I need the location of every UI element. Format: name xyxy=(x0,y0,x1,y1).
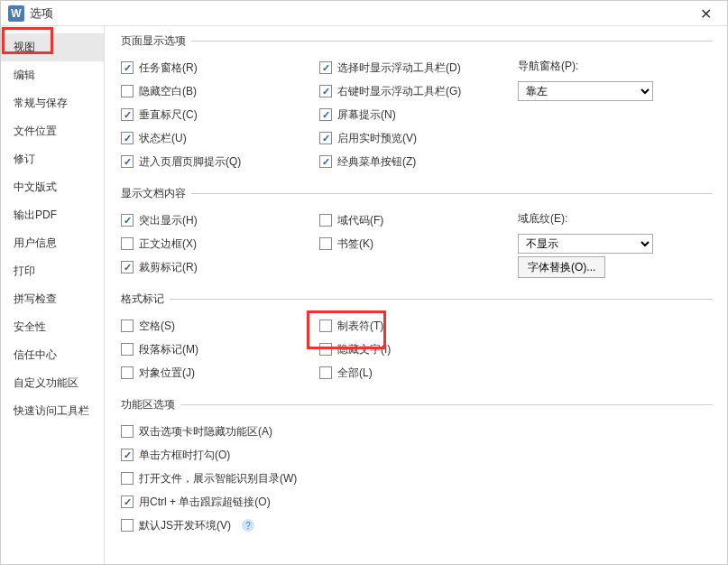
checkbox-icon xyxy=(319,366,332,379)
checkbox-icon xyxy=(121,108,134,121)
checkbox-icon xyxy=(319,343,332,356)
group-legend: 页面显示选项 xyxy=(121,33,191,49)
sidebar-item[interactable]: 编辑 xyxy=(1,61,104,89)
sidebar-item[interactable]: 中文版式 xyxy=(1,173,104,201)
chk-text-border[interactable]: 正文边框(X) xyxy=(121,236,197,252)
field-shade-label: 域底纹(E): xyxy=(518,211,567,227)
chk-click-tick[interactable]: 单击方框时打勾(O) xyxy=(121,448,230,463)
sidebar-item[interactable]: 拼写检查 xyxy=(1,285,104,313)
chk-task-pane[interactable]: 任务窗格(R) xyxy=(121,60,198,76)
checkbox-icon xyxy=(121,214,134,227)
nav-pane-select[interactable]: 靠左 xyxy=(518,81,653,101)
content-panel: 页面显示选项 任务窗格(R) 选择时显示浮动工具栏(D) 导航窗格(P): 隐藏… xyxy=(105,26,727,564)
checkbox-icon xyxy=(121,519,134,532)
group-legend: 格式标记 xyxy=(121,292,170,307)
field-shade-select[interactable]: 不显示 xyxy=(518,234,653,254)
sidebar-item[interactable]: 用户信息 xyxy=(1,229,104,257)
font-replace-button[interactable]: 字体替换(O)... xyxy=(518,256,605,278)
checkbox-icon xyxy=(121,155,134,168)
checkbox-icon xyxy=(121,132,134,144)
group-legend: 功能区选项 xyxy=(121,397,180,412)
checkbox-icon xyxy=(121,85,134,97)
chk-classic-menu[interactable]: 经典菜单按钮(Z) xyxy=(319,154,416,170)
group-legend: 显示文档内容 xyxy=(121,186,191,201)
checkbox-icon xyxy=(319,320,332,332)
chk-sel-float[interactable]: 选择时显示浮动工具栏(D) xyxy=(319,60,461,76)
chk-live-preview[interactable]: 启用实时预览(V) xyxy=(319,131,417,146)
chk-screen-tip[interactable]: 屏幕提示(N) xyxy=(319,107,396,123)
chk-rclick-float[interactable]: 右键时显示浮动工具栏(G) xyxy=(319,84,461,99)
sidebar-item[interactable]: 输出PDF xyxy=(1,201,104,229)
chk-dbl-hide[interactable]: 双击选项卡时隐藏功能区(A) xyxy=(121,424,272,440)
close-button[interactable]: ✕ xyxy=(687,3,723,24)
sidebar-item[interactable]: 快速访问工具栏 xyxy=(1,397,104,425)
chk-highlight[interactable]: 突出显示(H) xyxy=(121,213,198,228)
checkbox-icon xyxy=(121,343,134,356)
chk-all[interactable]: 全部(L) xyxy=(319,366,373,381)
chk-vruler[interactable]: 垂直标尺(C) xyxy=(121,107,198,123)
nav-pane-label: 导航窗格(P): xyxy=(518,59,578,74)
checkbox-icon xyxy=(121,425,134,438)
sidebar-item[interactable]: 信任中心 xyxy=(1,341,104,369)
chk-space[interactable]: 空格(S) xyxy=(121,319,175,334)
checkbox-icon xyxy=(121,449,134,461)
checkbox-icon xyxy=(319,214,332,227)
sidebar-item[interactable]: 自定义功能区 xyxy=(1,369,104,397)
chk-smart-dir[interactable]: 打开文件，展示智能识别目录(W) xyxy=(121,471,297,486)
chk-ctrl-click[interactable]: 用Ctrl + 单击跟踪超链接(O) xyxy=(121,495,271,510)
group-format-marks: 格式标记 空格(S) 制表符(T) 段落标记(M) 隐藏文字(I) 对象位置(J… xyxy=(121,292,713,388)
help-icon[interactable]: ? xyxy=(242,519,254,532)
group-page-display: 页面显示选项 任务窗格(R) 选择时显示浮动工具栏(D) 导航窗格(P): 隐藏… xyxy=(121,33,713,177)
checkbox-icon xyxy=(319,155,332,168)
checkbox-icon xyxy=(121,320,134,332)
checkbox-icon xyxy=(319,85,332,97)
chk-crop-mark[interactable]: 裁剪标记(R) xyxy=(121,260,198,275)
chk-para-mark[interactable]: 段落标记(M) xyxy=(121,342,198,357)
window-title: 选项 xyxy=(30,5,53,22)
checkbox-icon xyxy=(319,237,332,250)
checkbox-icon xyxy=(121,496,134,508)
checkbox-icon xyxy=(121,237,134,250)
sidebar-item[interactable]: 视图 xyxy=(1,33,104,61)
chk-bookmark[interactable]: 书签(K) xyxy=(319,236,373,252)
chk-js-env[interactable]: 默认JS开发环境(V)? xyxy=(121,518,254,533)
sidebar: 视图编辑常规与保存文件位置修订中文版式输出PDF用户信息打印拼写检查安全性信任中… xyxy=(1,26,105,564)
group-show-doc: 显示文档内容 突出显示(H) 域代码(F) 域底纹(E): 正文边框(X) 书签… xyxy=(121,186,713,282)
sidebar-item[interactable]: 安全性 xyxy=(1,313,104,341)
sidebar-item[interactable]: 常规与保存 xyxy=(1,89,104,117)
checkbox-icon xyxy=(121,61,134,74)
chk-hf-tip[interactable]: 进入页眉页脚提示(Q) xyxy=(121,154,241,170)
chk-anchor[interactable]: 对象位置(J) xyxy=(121,366,195,381)
checkbox-icon xyxy=(319,61,332,74)
titlebar: W 选项 ✕ xyxy=(1,1,727,26)
sidebar-item[interactable]: 文件位置 xyxy=(1,117,104,145)
sidebar-item[interactable]: 打印 xyxy=(1,257,104,285)
chk-hidden[interactable]: 隐藏文字(I) xyxy=(319,342,391,357)
chk-tab[interactable]: 制表符(T) xyxy=(319,319,383,334)
checkbox-icon xyxy=(121,261,134,273)
checkbox-icon xyxy=(319,132,332,144)
checkbox-icon xyxy=(319,108,332,121)
app-icon: W xyxy=(8,5,24,22)
chk-statusbar[interactable]: 状态栏(U) xyxy=(121,131,187,146)
checkbox-icon xyxy=(121,366,134,379)
chk-hide-blank[interactable]: 隐藏空白(B) xyxy=(121,84,197,99)
checkbox-icon xyxy=(121,472,134,485)
group-ribbon: 功能区选项 双击选项卡时隐藏功能区(A) 单击方框时打勾(O) 打开文件，展示智… xyxy=(121,397,713,541)
sidebar-item[interactable]: 修订 xyxy=(1,145,104,173)
chk-field-code[interactable]: 域代码(F) xyxy=(319,213,383,228)
